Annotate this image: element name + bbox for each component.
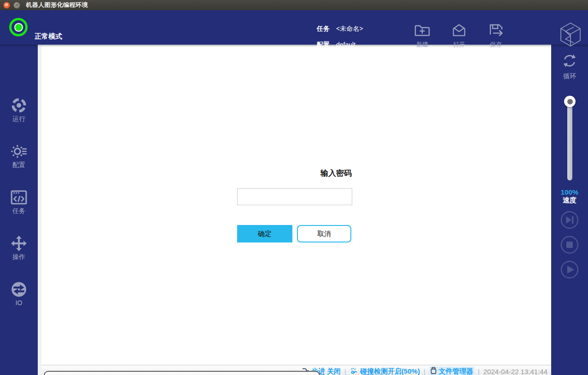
open-task-button[interactable]: 打开 — [444, 22, 474, 49]
config-label: 配置 — [317, 41, 330, 48]
loop-button[interactable]: 循环 — [551, 52, 588, 81]
io-exchange-icon — [0, 281, 38, 298]
run-icon — [0, 97, 38, 114]
new-task-label: 新建 — [408, 40, 437, 49]
main-content: 输入密码 确定 取消 — [41, 46, 551, 365]
file-manager-button[interactable]: 文件管理器 — [429, 367, 474, 375]
status-separator: | — [344, 368, 346, 375]
cancel-button[interactable]: 取消 — [297, 225, 351, 242]
loop-label: 循环 — [551, 72, 588, 81]
sidebar-item-label: 运行 — [0, 115, 38, 123]
save-task-button[interactable]: 保存 — [481, 22, 511, 49]
collision-icon — [350, 367, 358, 375]
sidebar-item-operate[interactable]: 操作 — [0, 235, 38, 261]
minimize-icon[interactable]: – — [13, 2, 20, 9]
loop-icon — [551, 52, 588, 71]
window-title: 机器人图形化编程环境 — [26, 1, 88, 9]
popup-window-edge[interactable] — [44, 371, 320, 375]
sidebar-item-label: 任务 — [0, 207, 38, 215]
brand-cube-logo — [559, 22, 582, 49]
speed-label: 速度 — [551, 196, 588, 205]
stop-button[interactable] — [560, 236, 579, 254]
sidebar-item-config[interactable]: 配置 — [0, 143, 38, 169]
file-manager-icon — [430, 367, 437, 375]
task-label: 任务 — [317, 25, 330, 32]
new-task-button[interactable]: 新建 — [408, 22, 437, 49]
app-header: 正常模式 任务<未命名> 配置default 新建 打开 — [0, 10, 588, 45]
save-disk-icon — [481, 22, 511, 39]
gear-icon — [0, 143, 38, 160]
mode-status-icon — [9, 18, 28, 36]
sidebar-item-label: 配置 — [0, 161, 38, 169]
speed-slider-handle[interactable] — [564, 96, 576, 107]
play-button[interactable] — [560, 260, 579, 279]
right-panel: 循环 100% 速度 — [551, 45, 588, 375]
sidebar-item-io[interactable]: IO — [0, 281, 38, 306]
collision-detect-toggle[interactable]: 碰撞检测开启(50%) — [350, 367, 420, 375]
code-window-icon — [0, 189, 38, 206]
mode-label: 正常模式 — [35, 32, 62, 41]
new-folder-icon — [408, 22, 437, 39]
status-separator: | — [478, 368, 480, 375]
move-arrows-icon — [0, 235, 38, 252]
ok-button[interactable]: 确定 — [237, 225, 292, 242]
sidebar-item-run[interactable]: 运行 — [0, 97, 38, 123]
window-titlebar: ✕ – 机器人图形化编程环境 — [0, 0, 588, 10]
task-value: <未命名> — [336, 25, 363, 32]
open-envelope-icon — [444, 22, 474, 39]
open-task-label: 打开 — [444, 40, 474, 49]
status-timestamp: 2024-04-22 13:41:44 — [483, 368, 547, 375]
password-input[interactable] — [237, 188, 352, 205]
sidebar-item-label: 操作 — [0, 253, 38, 261]
left-sidebar: 运行 配置 任务 — [0, 45, 38, 375]
password-dialog-title: 输入密码 — [244, 168, 428, 179]
status-separator: | — [424, 368, 425, 375]
speed-percent: 100% — [551, 188, 588, 196]
sidebar-item-label: IO — [0, 299, 38, 306]
config-value: default — [336, 41, 355, 48]
save-task-label: 保存 — [481, 40, 511, 49]
step-forward-button[interactable] — [560, 211, 579, 229]
speed-slider-track[interactable] — [567, 98, 572, 180]
sidebar-item-task[interactable]: 任务 — [0, 189, 38, 215]
close-icon[interactable]: ✕ — [3, 2, 10, 9]
